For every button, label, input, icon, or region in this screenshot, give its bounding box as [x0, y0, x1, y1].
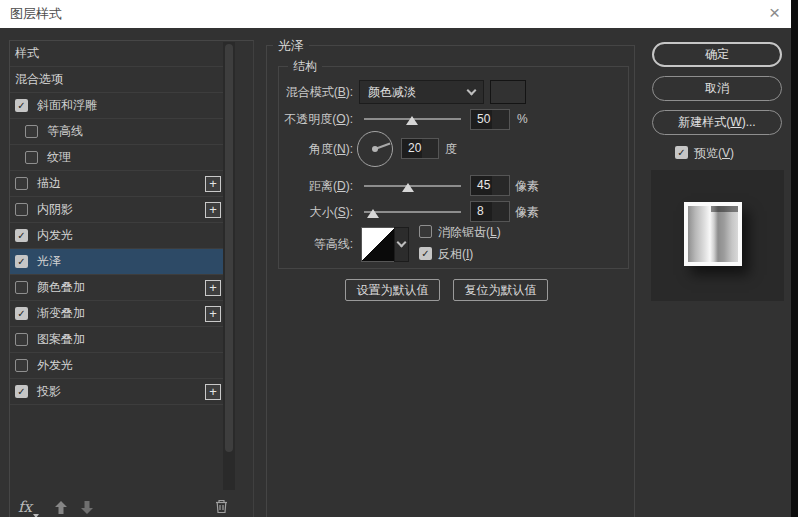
fx-menu-button[interactable]: fx — [18, 498, 39, 517]
add-effect-instance-button[interactable]: + — [205, 384, 221, 400]
style-list-item[interactable]: 图案叠加 — [10, 327, 229, 353]
style-list-item[interactable]: 纹理 — [10, 145, 229, 171]
dialog-titlebar[interactable]: 图层样式 × — [0, 0, 791, 28]
style-list-item[interactable]: ✓ 投影 + — [10, 379, 229, 405]
contour-dropdown-button[interactable] — [394, 227, 409, 262]
invert-checkbox[interactable]: ✓ — [419, 247, 432, 260]
style-enable-checkbox[interactable] — [25, 151, 38, 164]
style-list: 样式 混合选项 ✓ 斜面和浮雕 等高线 纹理 描边 + 内阴影 + ✓ 内发光 … — [10, 41, 229, 405]
style-list-item[interactable]: ✓ 渐变叠加 + — [10, 301, 229, 327]
style-item-label: 外发光 — [37, 357, 73, 374]
add-effect-instance-button[interactable]: + — [205, 176, 221, 192]
style-list-item[interactable]: 颜色叠加 + — [10, 275, 229, 301]
style-item-label: 斜面和浮雕 — [37, 97, 97, 114]
anti-alias-checkbox[interactable] — [419, 225, 432, 238]
style-item-label: 投影 — [37, 383, 61, 400]
distance-unit: 像素 — [515, 178, 539, 195]
style-list-item[interactable]: 样式 — [10, 41, 229, 67]
style-enable-checkbox[interactable]: ✓ — [15, 255, 28, 268]
style-enable-checkbox[interactable] — [15, 281, 28, 294]
style-enable-checkbox[interactable]: ✓ — [15, 385, 28, 398]
preview-label: 预览(V) — [694, 145, 734, 162]
distance-slider[interactable] — [364, 180, 461, 192]
styles-sidebar: 样式 混合选项 ✓ 斜面和浮雕 等高线 纹理 描边 + 内阴影 + ✓ 内发光 … — [9, 40, 254, 517]
satin-color-swatch[interactable] — [490, 80, 526, 104]
opacity-input[interactable]: 50 — [470, 109, 510, 130]
style-enable-checkbox[interactable] — [15, 177, 28, 190]
angle-unit: 度 — [445, 141, 457, 158]
trash-icon — [214, 498, 229, 514]
arrow-up-icon — [54, 500, 68, 515]
style-list-item[interactable]: 外发光 — [10, 353, 229, 379]
new-style-button[interactable]: 新建样式(W)... — [652, 110, 782, 135]
dialog-title: 图层样式 — [10, 0, 62, 28]
style-list-item[interactable]: 混合选项 — [10, 67, 229, 93]
distance-input[interactable]: 45 — [470, 175, 510, 196]
slider-thumb[interactable] — [406, 116, 418, 125]
style-list-item[interactable]: 描边 + — [10, 171, 229, 197]
invert-label: 反相(I) — [438, 246, 473, 263]
opacity-unit: % — [517, 112, 528, 126]
close-icon[interactable]: × — [769, 0, 780, 26]
style-item-label: 内发光 — [37, 227, 73, 244]
blend-mode-label: 混合模式(B): — [267, 84, 353, 101]
style-item-label: 内阴影 — [37, 201, 73, 218]
style-preview-gradient — [688, 206, 738, 262]
reset-default-button[interactable]: 复位为默认值 — [453, 279, 548, 301]
set-default-button[interactable]: 设置为默认值 — [345, 279, 440, 301]
panel-title: 光泽 — [273, 37, 309, 55]
style-item-label: 渐变叠加 — [37, 305, 85, 322]
move-effect-down-button[interactable] — [80, 500, 94, 517]
style-preview-panel — [651, 170, 784, 301]
style-item-label: 光泽 — [37, 253, 61, 270]
style-enable-checkbox[interactable]: ✓ — [15, 99, 28, 112]
sidebar-scrollbar[interactable] — [223, 42, 235, 490]
contour-label: 等高线: — [267, 236, 353, 253]
style-list-item[interactable]: 内阴影 + — [10, 197, 229, 223]
distance-label: 距离(D): — [267, 178, 353, 195]
style-enable-checkbox[interactable] — [15, 203, 28, 216]
blend-mode-value: 颜色减淡 — [368, 84, 416, 101]
style-list-item[interactable]: 等高线 — [10, 119, 229, 145]
contour-picker[interactable] — [361, 227, 395, 262]
size-unit: 像素 — [515, 204, 539, 221]
move-effect-up-button[interactable] — [54, 500, 68, 517]
ok-button[interactable]: 确定 — [652, 42, 782, 67]
chevron-down-icon — [467, 85, 477, 95]
slider-thumb[interactable] — [367, 209, 379, 218]
size-input[interactable]: 8 — [470, 201, 510, 222]
style-list-item[interactable]: ✓ 光泽 — [10, 249, 229, 275]
satin-effect-panel: 光泽 结构 混合模式(B): 颜色减淡 不透明度(O): 50 % 角度(N): — [266, 45, 635, 517]
structure-group-title: 结构 — [288, 58, 322, 75]
style-item-label: 样式 — [15, 45, 39, 62]
style-list-item[interactable]: ✓ 内发光 — [10, 223, 229, 249]
angle-label: 角度(N): — [267, 141, 353, 158]
cancel-button[interactable]: 取消 — [652, 76, 782, 101]
style-enable-checkbox[interactable] — [15, 333, 28, 346]
anti-alias-label: 消除锯齿(L) — [438, 224, 501, 241]
add-effect-instance-button[interactable]: + — [205, 280, 221, 296]
style-preview-thumbnail — [684, 202, 742, 266]
style-enable-checkbox[interactable]: ✓ — [15, 229, 28, 242]
style-enable-checkbox[interactable]: ✓ — [15, 307, 28, 320]
size-slider[interactable] — [364, 206, 461, 218]
add-effect-instance-button[interactable]: + — [205, 306, 221, 322]
add-effect-instance-button[interactable]: + — [205, 202, 221, 218]
scrollbar-thumb[interactable] — [225, 44, 233, 452]
angle-input[interactable]: 20 — [401, 138, 439, 159]
screen: 图层样式 × 样式 混合选项 ✓ 斜面和浮雕 等高线 纹理 描边 + 内阴影 +… — [0, 0, 798, 517]
opacity-slider[interactable] — [364, 113, 461, 125]
preview-checkbox[interactable]: ✓ — [675, 146, 688, 159]
style-item-label: 描边 — [37, 175, 61, 192]
style-item-label: 混合选项 — [15, 71, 63, 88]
style-list-item[interactable]: ✓ 斜面和浮雕 — [10, 93, 229, 119]
angle-dial[interactable] — [357, 131, 393, 167]
style-item-label: 图案叠加 — [37, 331, 85, 348]
style-enable-checkbox[interactable] — [15, 359, 28, 372]
chevron-down-icon — [397, 238, 407, 248]
size-label: 大小(S): — [267, 204, 353, 221]
blend-mode-select[interactable]: 颜色减淡 — [359, 80, 484, 104]
style-enable-checkbox[interactable] — [25, 125, 38, 138]
delete-effect-button[interactable] — [214, 498, 229, 517]
slider-thumb[interactable] — [402, 183, 414, 192]
